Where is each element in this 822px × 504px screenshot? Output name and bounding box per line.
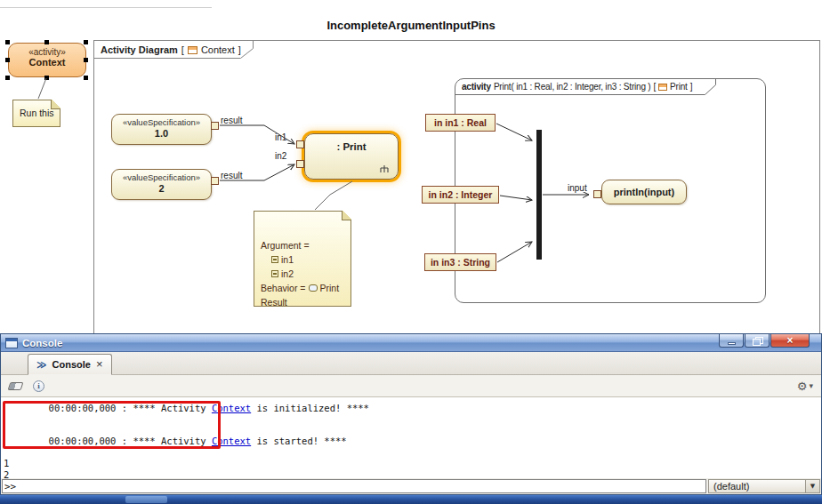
console-tab[interactable]: ≫ Console ×	[28, 354, 112, 375]
selection-handle[interactable]	[84, 76, 88, 80]
fork-node[interactable]	[536, 130, 542, 260]
info-icon[interactable]: i	[33, 380, 44, 392]
selection-handle[interactable]	[5, 40, 10, 44]
diagram-context-ref: Context	[201, 44, 235, 55]
note-text: Behavior =	[261, 281, 306, 295]
console-tab-bar: ≫ Console ×	[1, 352, 821, 375]
element-name: Context	[9, 57, 85, 68]
toolbar-right-group: ⚙ ▾	[797, 380, 813, 393]
param-node-in3[interactable]: in in3 : String	[424, 253, 496, 271]
note-text: in1	[281, 252, 294, 267]
value-specification-1[interactable]: «valueSpecification» 1.0	[111, 114, 212, 145]
input-pin-icon	[271, 256, 278, 263]
open-bracket: [	[653, 82, 656, 92]
note-line: Result	[261, 295, 351, 309]
result-pin-1[interactable]	[211, 122, 219, 130]
close-bracket: ]	[690, 82, 693, 92]
taskbar-app-button[interactable]	[125, 496, 167, 503]
console-line-value: 1	[4, 458, 818, 469]
input-pin-icon	[271, 270, 278, 277]
pin-label-in2: in2	[275, 151, 286, 161]
restore-button[interactable]	[745, 334, 770, 348]
context-activity-element[interactable]: «activity» Context	[8, 43, 86, 77]
note-line: in1	[271, 252, 351, 267]
tab-close-icon[interactable]: ×	[96, 360, 103, 369]
console-output[interactable]: 00:00:00,000 : **** Activity Context is …	[1, 397, 821, 478]
selection-handle[interactable]	[5, 76, 10, 80]
open-bracket: [	[181, 44, 184, 55]
console-window: Console × ≫ Console × i ⚙ ▾ 00:	[0, 333, 822, 495]
print-in2-pin[interactable]	[296, 160, 304, 168]
note-line: Argument =	[261, 238, 351, 252]
highlight-red-box	[3, 401, 221, 449]
selection-handle[interactable]	[84, 40, 88, 44]
selection-handle[interactable]	[5, 58, 10, 62]
background-window-edge	[0, 7, 212, 8]
activity-diagram-icon	[658, 84, 667, 91]
run-note-anchor-line[interactable]	[38, 78, 46, 99]
element-name: 1.0	[112, 128, 211, 139]
result-pin-2[interactable]	[211, 177, 219, 185]
note-line: Behavior = Print	[261, 281, 351, 295]
console-toolbar: i ⚙ ▾	[1, 375, 821, 397]
combo-selected-value: (default)	[713, 481, 749, 492]
console-input-row: (default) ▼	[1, 478, 821, 494]
console-line-value: 2	[4, 469, 818, 479]
note-text: Result	[261, 295, 287, 309]
stereotype-label: «valueSpecification»	[112, 172, 211, 182]
stereotype-label: «activity»	[9, 47, 85, 57]
clear-console-icon[interactable]	[8, 382, 24, 390]
frame-ref-name: Print	[670, 82, 688, 92]
diagram-type-label: Activity Diagram	[101, 44, 178, 55]
stereotype-label: «valueSpecification»	[112, 117, 211, 127]
rake-icon	[379, 164, 390, 173]
selection-handle[interactable]	[44, 40, 49, 44]
print-call-behavior-action[interactable]: : Print	[304, 133, 399, 180]
pin-label-in1: in1	[275, 132, 286, 142]
diagram-frame-header[interactable]: Activity Diagram [ Context ]	[101, 41, 241, 59]
line-text: is initialized! ****	[251, 403, 369, 413]
println-action[interactable]: println(input)	[601, 180, 687, 204]
argument-note[interactable]: Argument = in1 in2 Behavior = Print Resu…	[254, 211, 351, 307]
line-text: is started! ****	[251, 436, 346, 446]
minimize-button[interactable]	[719, 334, 744, 348]
diagram-title: IncompleteArgumentInputPins	[0, 19, 822, 32]
console-window-icon	[5, 338, 18, 348]
selection-handle[interactable]	[44, 76, 49, 80]
caret-down-icon: ▼	[810, 483, 815, 490]
close-bracket: ]	[238, 44, 241, 55]
screen: IncompleteArgumentInputPins Activity Dia…	[0, 0, 822, 504]
run-this-note[interactable]: Run this	[12, 100, 60, 127]
note-text: Print	[320, 281, 340, 295]
pin-label-result-2: result	[221, 171, 242, 180]
combo-dropdown-button[interactable]: ▼	[805, 480, 819, 492]
frame-signature: Print( in1 : Real, in2 : Integer, in3 : …	[494, 82, 651, 92]
element-name: 2	[112, 183, 211, 194]
restore-icon	[753, 337, 762, 345]
note-line: in2	[271, 267, 351, 281]
console-tab-label: Console	[52, 359, 91, 370]
close-button[interactable]: ×	[770, 334, 810, 348]
console-mode-combo[interactable]: (default) ▼	[708, 479, 820, 493]
note-text: Run this	[20, 108, 54, 118]
windows-taskbar[interactable]	[0, 495, 822, 504]
pin-label-result-1: result	[221, 116, 242, 125]
console-window-title: Console	[22, 338, 62, 348]
param-node-in2[interactable]: in in2 : Integer	[422, 186, 499, 204]
window-controls: ×	[719, 334, 810, 348]
frame-header: activity Print( in1 : Real, in2 : Intege…	[462, 79, 692, 94]
frame-keyword: activity	[462, 82, 491, 92]
print-in1-pin[interactable]	[296, 140, 304, 148]
chevron-down-icon[interactable]: ▾	[809, 381, 813, 390]
param-node-in1[interactable]: in in1 : Real	[425, 114, 496, 132]
minimize-icon	[728, 342, 736, 345]
console-command-input[interactable]	[2, 479, 706, 493]
value-specification-2[interactable]: «valueSpecification» 2	[111, 169, 212, 200]
note-fold	[342, 211, 351, 220]
console-titlebar[interactable]: Console ×	[1, 334, 821, 352]
println-input-pin[interactable]	[593, 190, 601, 198]
close-icon: ×	[786, 336, 793, 345]
gear-icon[interactable]: ⚙	[797, 380, 808, 393]
console-chevrons-icon: ≫	[36, 359, 47, 371]
selection-handle[interactable]	[84, 58, 88, 62]
